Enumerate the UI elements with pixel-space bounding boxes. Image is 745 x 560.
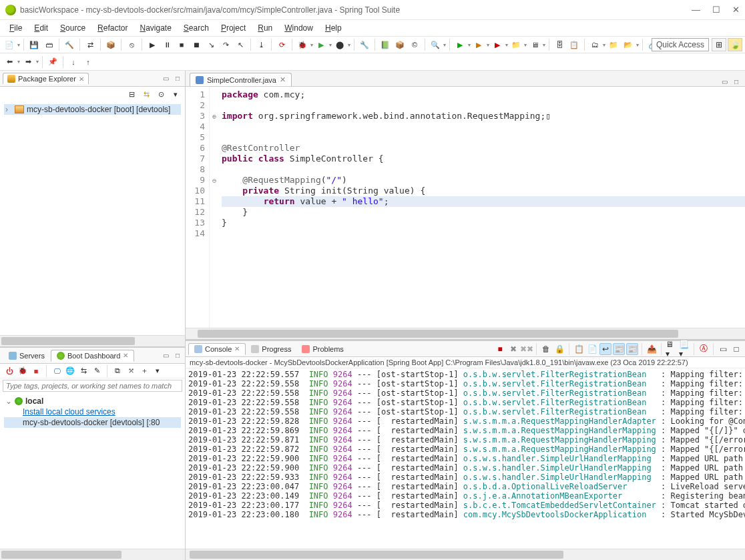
bd-link-icon[interactable]: ⇆ [78,366,89,376]
relaunch-button[interactable]: ⟳ [275,38,288,51]
console-show-std-icon[interactable]: 📰 [613,343,625,355]
menu-navigate[interactable]: Navigate [134,21,176,35]
console-output[interactable]: 2019-01-23 22:22:59.557 INFO 9264 --- [o… [186,368,745,549]
bd-open-console-icon[interactable]: 🖵 [51,366,62,376]
console-open-icon[interactable]: 📤 [646,343,658,355]
boot-dashboard-filter-input[interactable] [3,380,182,392]
boot-dashboard-close-icon[interactable]: ✕ [123,352,128,359]
ext-tools-button[interactable]: 🔧 [358,38,371,51]
debug-button[interactable]: 🐞 [296,38,309,51]
step-over-button[interactable]: ↷ [219,38,232,51]
maximize-button[interactable]: ☐ [712,5,720,15]
menu-refactor[interactable]: Refactor [92,21,133,35]
progress-tab[interactable]: Progress [246,344,296,354]
console-pin-icon[interactable]: 📋 [573,343,585,355]
editor-minimize-icon[interactable]: ▭ [720,77,729,86]
editor-scrollbar[interactable] [186,328,745,339]
wiz3-button[interactable]: 📁 [607,38,620,51]
close-button[interactable]: ✕ [732,5,740,15]
back-button[interactable]: ⬅ [3,55,16,69]
coverage-button[interactable]: ⬤ [333,38,346,51]
bd-add-icon[interactable]: ＋ [139,366,150,376]
step-return-button[interactable]: ↖ [234,38,247,51]
focus-task-icon[interactable]: ⊙ [156,89,166,99]
expand-icon[interactable]: › [5,105,12,114]
collapse-all-icon[interactable]: ⊟ [126,89,137,99]
boot-dashboard-tab[interactable]: Boot Dashboard ✕ [51,350,135,362]
bd-minimize-icon[interactable]: ▭ [161,351,170,360]
new-server-button[interactable]: 🗄 [553,38,566,51]
srv-button[interactable]: 🖥 [528,38,541,51]
link-editor-icon[interactable]: ⇆ [141,89,152,99]
pe-scrollbar[interactable] [0,335,185,346]
console-scrollbar[interactable] [186,549,745,560]
collapse-icon[interactable]: ⌄ [5,396,12,406]
bd-install-link-row[interactable]: Install local cloud services [4,406,181,417]
menu-file[interactable]: File [4,21,27,35]
install-cloud-link[interactable]: Install local cloud services [23,407,115,416]
build-button[interactable]: 🔨 [63,38,76,51]
bd-menu-icon[interactable]: ▾ [152,366,163,376]
new-class-button[interactable]: © [408,38,421,51]
console-min-icon[interactable]: ▭ [717,343,729,355]
disconnect-button[interactable]: ⏹ [190,38,203,51]
run-last-button[interactable]: ▶ [453,38,467,51]
spring-perspective-button[interactable]: 🍃 [728,38,742,51]
switch-button[interactable]: ⇄ [83,38,97,51]
debug-last-button[interactable]: ▶ [472,38,485,51]
bd-local-node[interactable]: ⌄ local [4,396,181,406]
console-clear-icon[interactable]: 🗑 [540,343,552,355]
run-button[interactable]: ▶ [314,38,328,51]
package-explorer-tree[interactable]: › mcy-sb-devtools-docker [boot] [devtool… [0,101,185,335]
editor-tab-simplecontroller[interactable]: SimpleController.java ✕ [190,73,292,86]
console-dropdown-icon[interactable]: 🖥▾ [665,343,677,355]
console-show-err-icon[interactable]: 📰 [626,343,638,355]
wiz2-button[interactable]: 🗂 [588,38,601,51]
console-wordwrap-icon[interactable]: ↩ [599,343,611,355]
menu-window[interactable]: Window [279,21,318,35]
console-ansi-icon[interactable]: Ⓐ [698,343,710,355]
wiz4-button[interactable]: 📂 [622,38,635,51]
view-menu-icon[interactable]: ▾ [170,89,181,99]
editor-tab-close-icon[interactable]: ✕ [280,75,286,84]
code-editor[interactable]: 1234567891011121314 ⊕⊖ package com.mcy; … [186,87,745,328]
open-type-button[interactable]: 📦 [104,38,117,51]
console-max-icon[interactable]: □ [730,343,742,355]
console-remove-icon[interactable]: ✖ [507,343,519,355]
editor-maximize-icon[interactable]: □ [732,77,741,86]
package-explorer-tab[interactable]: Package Explorer ✕ [3,73,89,84]
menu-run[interactable]: Run [252,21,278,35]
prev-ann-button[interactable]: ↑ [81,55,95,69]
forward-button[interactable]: ➡ [21,55,35,69]
servers-tab[interactable]: Servers [3,350,51,362]
new-java-button[interactable]: 📗 [379,38,392,51]
console-tab-close-icon[interactable]: ✕ [234,345,240,352]
menu-help[interactable]: Help [320,21,347,35]
bd-stop-icon[interactable]: ■ [31,366,41,376]
quick-access[interactable]: Quick Access [652,38,709,51]
save-button[interactable]: 💾 [27,38,41,51]
menu-project[interactable]: Project [216,21,251,35]
minimize-view-icon[interactable]: ▭ [161,74,170,83]
bd-open-browser-icon[interactable]: 🌐 [65,366,75,376]
console-scroll-lock-icon[interactable]: 🔒 [553,343,565,355]
code-content[interactable]: package com.mcy; import org.springframew… [219,87,745,328]
skip-breakpoints-button[interactable]: ⦸ [125,38,138,51]
open-perspective-button[interactable]: ⊞ [712,38,726,51]
wiz1-button[interactable]: 📋 [567,38,581,51]
step-into-button[interactable]: ↘ [204,38,218,51]
problems-tab[interactable]: Problems [296,344,348,354]
resume-button[interactable]: ▶ [146,38,159,51]
bd-maximize-icon[interactable]: □ [173,351,182,360]
menu-edit[interactable]: Edit [29,21,53,35]
project-node[interactable]: › mcy-sb-devtools-docker [boot] [devtool… [4,104,181,115]
save-all-button[interactable]: 🗃 [42,38,55,51]
bd-app-row[interactable]: mcy-sb-devtools-docker [devtools] [:80 [4,417,181,428]
console-terminate-icon[interactable]: ■ [494,343,506,355]
package-explorer-close-icon[interactable]: ✕ [79,75,84,83]
bd-refresh-icon[interactable]: ⤱ [126,366,136,376]
next-ann-button[interactable]: ↓ [67,55,80,69]
suspend-button[interactable]: ⏸ [160,38,174,51]
bd-debug-icon[interactable]: 🐞 [17,366,28,376]
new-pkg-button[interactable]: 📦 [393,38,407,51]
